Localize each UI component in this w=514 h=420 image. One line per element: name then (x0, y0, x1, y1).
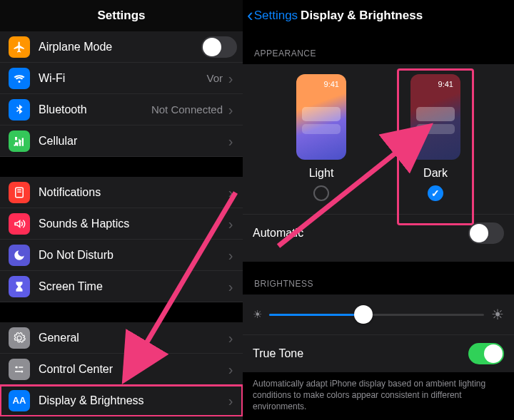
row-label: Screen Time (39, 280, 224, 293)
chevron-right-icon: › (224, 217, 237, 231)
brightness-section-header: BRIGHTNESS (243, 262, 514, 294)
settings-row-notifications[interactable]: Notifications› (0, 177, 243, 208)
settings-row-bluetooth[interactable]: BluetoothNot Connected› (0, 94, 243, 126)
settings-row-control[interactable]: Control Center› (0, 354, 243, 385)
light-label: Light (309, 167, 334, 180)
settings-row-dnd[interactable]: Do Not Disturb› (0, 240, 243, 271)
row-detail: Vor (206, 72, 223, 84)
appearance-section-header: APPEARANCE (243, 31, 514, 64)
back-button[interactable]: ‹ Settings (247, 9, 298, 23)
row-label: Cellular (39, 135, 224, 148)
settings-row-wifi[interactable]: Wi-FiVor› (0, 63, 243, 94)
settings-row-sounds[interactable]: Sounds & Haptics› (0, 208, 243, 240)
airplane-icon (9, 36, 30, 58)
truetone-row: True Tone (243, 334, 514, 372)
sun-large-icon: ☀︎ (491, 306, 504, 323)
row-label: Bluetooth (39, 103, 151, 116)
page-title: Display & Brightness (298, 9, 510, 23)
control-icon (9, 359, 30, 380)
sun-small-icon: ☀︎ (253, 308, 262, 321)
row-label: Display & Brightness (39, 394, 224, 407)
svg-point-4 (21, 370, 23, 372)
appearance-mode-dark[interactable]: 9:41 Dark (393, 74, 478, 201)
dnd-icon (9, 245, 30, 266)
truetone-footnote: Automatically adapt iPhone display based… (243, 372, 514, 420)
settings-row-screentime[interactable]: Screen Time› (0, 271, 243, 302)
row-label: Airplane Mode (39, 41, 201, 53)
sounds-icon (9, 213, 30, 235)
row-label: General (39, 332, 224, 344)
row-detail: Not Connected (151, 103, 223, 116)
row-label: Control Center (39, 363, 224, 376)
appearance-group: 9:41 Light 9:41 Dark Automatic (243, 64, 514, 262)
automatic-toggle[interactable] (468, 222, 504, 244)
chevron-right-icon: › (224, 394, 237, 408)
truetone-label: True Tone (253, 347, 303, 360)
chevron-right-icon: › (224, 362, 237, 377)
airplane-toggle[interactable] (201, 36, 237, 58)
light-radio[interactable] (313, 185, 329, 201)
chevron-right-icon: › (224, 71, 237, 86)
chevron-right-icon: › (224, 331, 237, 345)
cellular-icon (9, 130, 30, 152)
row-label: Do Not Disturb (39, 249, 224, 262)
settings-root-pane: Settings Airplane ModeWi-FiVor›Bluetooth… (0, 0, 243, 420)
row-label: Notifications (39, 186, 224, 199)
truetone-toggle[interactable] (468, 343, 504, 364)
settings-row-home[interactable]: Home Screen› (0, 416, 243, 420)
settings-row-airplane[interactable]: Airplane Mode (0, 31, 243, 63)
chevron-left-icon: ‹ (247, 10, 253, 21)
appearance-mode-light[interactable]: 9:41 Light (278, 74, 364, 201)
svg-point-3 (16, 366, 18, 368)
light-preview: 9:41 (296, 74, 346, 160)
display-brightness-pane: ‹ Settings Display & Brightness APPEARAN… (243, 0, 514, 420)
settings-row-cellular[interactable]: Cellular› (0, 126, 243, 157)
row-label: Wi-Fi (39, 72, 206, 85)
automatic-label: Automatic (253, 227, 303, 240)
bluetooth-icon (9, 99, 30, 121)
brightness-slider[interactable] (269, 304, 484, 324)
settings-row-general[interactable]: General› (0, 322, 243, 354)
row-label: Sounds & Haptics (39, 217, 224, 230)
settings-title: Settings (0, 0, 243, 31)
dark-label: Dark (423, 167, 448, 180)
brightness-row: ☀︎ ☀︎ (243, 294, 514, 334)
notifications-icon (9, 182, 30, 203)
chevron-right-icon: › (224, 103, 237, 117)
chevron-right-icon: › (224, 134, 237, 148)
chevron-right-icon: › (224, 185, 237, 200)
general-icon (9, 327, 30, 349)
display-icon: AA (9, 390, 30, 411)
dark-radio[interactable] (428, 185, 443, 201)
svg-rect-1 (17, 189, 21, 190)
back-label: Settings (254, 9, 298, 23)
chevron-right-icon: › (224, 280, 237, 294)
settings-row-display[interactable]: AADisplay & Brightness› (0, 385, 243, 416)
svg-rect-2 (17, 191, 21, 193)
chevron-right-icon: › (224, 248, 237, 262)
dark-preview: 9:41 (410, 74, 460, 160)
wifi-icon (9, 68, 30, 89)
screentime-icon (9, 276, 30, 297)
